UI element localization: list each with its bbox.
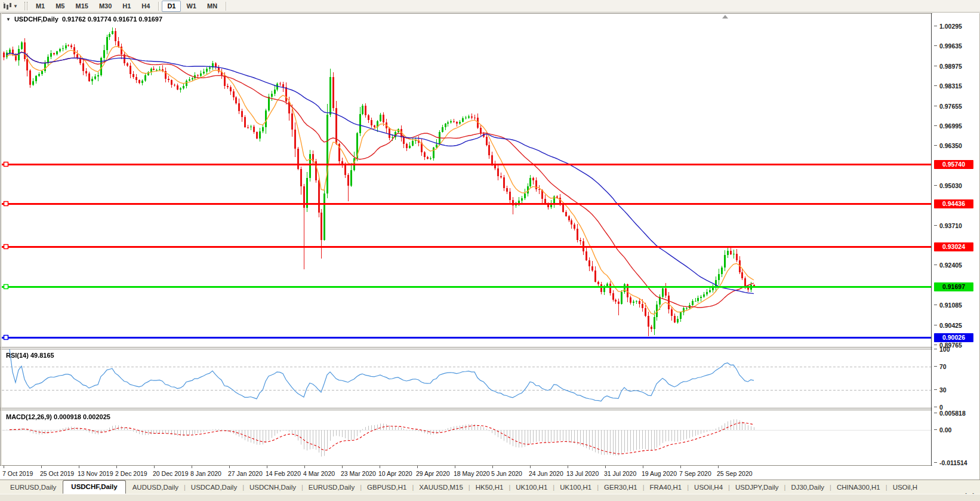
chart-tabs-bar: EURUSD,DailyUSDCHF,DailyAUDUSD,Daily|USD… bbox=[0, 480, 980, 494]
chart-shift-marker-icon[interactable] bbox=[722, 15, 728, 19]
chart-tab-USDCNH-Daily[interactable]: USDCNH,Daily bbox=[244, 481, 301, 494]
rsi-axis-tick: 100 bbox=[939, 346, 950, 353]
chevron-down-icon: ▼ bbox=[13, 4, 18, 9]
date-tick bbox=[154, 466, 155, 468]
price-axis[interactable]: 1.002950.996350.989750.983150.976550.969… bbox=[932, 13, 980, 480]
chart-title-row: ▼ USDCHF,Daily 0.91762 0.91774 0.91671 0… bbox=[6, 16, 162, 23]
price-axis-tick: 0.98975 bbox=[939, 63, 962, 70]
timeframe-button-M5[interactable]: M5 bbox=[50, 1, 70, 12]
date-label: 10 Apr 2020 bbox=[378, 470, 412, 477]
hline-price-tag: 0.90026 bbox=[934, 333, 973, 342]
date-label: 24 Jun 2020 bbox=[529, 470, 563, 477]
status-strip bbox=[0, 494, 980, 501]
timeframe-button-H1[interactable]: H1 bbox=[117, 1, 136, 12]
chart-quote-line: 0.91762 0.91774 0.91671 0.91697 bbox=[62, 16, 162, 23]
date-label: 7 Sep 2020 bbox=[679, 470, 711, 477]
price-axis-tick: 0.96350 bbox=[939, 142, 962, 149]
chart-tab-GBPUSD-H1[interactable]: GBPUSD,H1 bbox=[362, 481, 412, 494]
price-chart-canvas[interactable] bbox=[0, 13, 932, 466]
date-tick bbox=[417, 466, 418, 468]
macd-axis-tick: -0.011514 bbox=[939, 459, 967, 466]
macd-axis-tick: 0.00 bbox=[939, 426, 951, 434]
date-label: 8 Jan 2020 bbox=[190, 470, 221, 477]
timeframe-button-M30[interactable]: M30 bbox=[94, 1, 117, 12]
price-axis-tick: 0.92405 bbox=[939, 262, 962, 269]
date-tick bbox=[492, 466, 493, 468]
date-label: 5 Jun 2020 bbox=[491, 470, 522, 477]
date-label: 7 Oct 2019 bbox=[2, 470, 33, 477]
price-axis-tick: 0.93710 bbox=[939, 222, 962, 229]
date-tick bbox=[455, 466, 455, 468]
trading-platform-window: ▼ M1M5M15M30H1H4D1W1MN ▼ USDCHF,Daily 0.… bbox=[0, 0, 980, 501]
price-axis-tick: 0.95030 bbox=[939, 182, 962, 189]
price-axis-tick: 0.99635 bbox=[939, 42, 962, 50]
chart-type-button[interactable]: ▼ bbox=[0, 1, 21, 11]
date-label: 2 Dec 2019 bbox=[115, 470, 147, 477]
date-tick bbox=[680, 466, 681, 468]
timeframe-button-M1[interactable]: M1 bbox=[30, 1, 50, 12]
timeframe-button-D1[interactable]: D1 bbox=[162, 1, 181, 12]
date-label: 13 Nov 2019 bbox=[78, 470, 113, 477]
date-tick bbox=[229, 466, 230, 468]
price-axis-tick: 0.96995 bbox=[939, 122, 962, 130]
price-axis-tick: 0.98315 bbox=[939, 82, 962, 90]
chart-tab-UK100-H1[interactable]: UK100,H1 bbox=[510, 481, 553, 494]
candlestick-chart-icon bbox=[3, 2, 11, 10]
date-label: 13 Jul 2020 bbox=[566, 470, 599, 477]
date-tick bbox=[4, 466, 4, 468]
chart-tab-EURUSD-Daily[interactable]: EURUSD,Daily bbox=[303, 481, 360, 494]
chart-tab-USDJPY-Daily[interactable]: USDJPY,Daily bbox=[730, 481, 784, 494]
date-tick bbox=[267, 466, 267, 468]
hline-price-tag: 0.95740 bbox=[934, 160, 973, 169]
hline-price-tag: 0.91697 bbox=[934, 282, 973, 291]
rsi-indicator-label: RSI(14) 49.8165 bbox=[6, 352, 54, 359]
chart-tab-AUDUSD-Daily[interactable]: AUDUSD,Daily bbox=[127, 481, 184, 494]
date-label: 18 May 2020 bbox=[454, 470, 490, 477]
chart-tab-EURUSD-Daily[interactable]: EURUSD,Daily bbox=[5, 481, 61, 494]
chart-tab-USOil-H4[interactable]: USOil,H4 bbox=[689, 481, 728, 494]
date-tick bbox=[643, 466, 643, 468]
chart-tab-CHINA300-H1[interactable]: CHINA300,H1 bbox=[831, 481, 886, 494]
date-tick bbox=[304, 466, 305, 468]
date-label: 25 Oct 2019 bbox=[40, 470, 74, 477]
date-axis[interactable]: 7 Oct 201925 Oct 201913 Nov 20192 Dec 20… bbox=[0, 466, 932, 480]
date-tick bbox=[41, 466, 42, 468]
toolbar-separator bbox=[158, 2, 159, 11]
toolbar-separator bbox=[226, 2, 226, 11]
macd-axis-tick: 0.005818 bbox=[939, 410, 966, 417]
chart-tab-FRA40-H1[interactable]: FRA40,H1 bbox=[645, 481, 688, 494]
date-label: 29 Apr 2020 bbox=[416, 470, 450, 477]
timeframe-button-M15[interactable]: M15 bbox=[70, 1, 93, 12]
timeframe-button-W1[interactable]: W1 bbox=[181, 1, 202, 12]
timeframes-toolbar: ▼ M1M5M15M30H1H4D1W1MN bbox=[0, 0, 980, 13]
chart-tab-USOil-H[interactable]: USOil,H bbox=[887, 481, 923, 494]
chart-tab-USDCHF-Daily[interactable]: USDCHF,Daily bbox=[63, 480, 125, 494]
rsi-axis-tick: 30 bbox=[939, 386, 947, 394]
chart-tab-GER30-H1[interactable]: GER30,H1 bbox=[599, 481, 643, 494]
date-tick bbox=[192, 466, 192, 468]
chart-tab-USDCAD-Daily[interactable]: USDCAD,Daily bbox=[186, 481, 242, 494]
date-tick bbox=[530, 466, 531, 468]
date-label: 27 Jan 2020 bbox=[228, 470, 263, 477]
collapse-chart-icon[interactable]: ▼ bbox=[6, 17, 11, 22]
date-tick bbox=[380, 466, 380, 468]
toolbar-grip bbox=[24, 2, 27, 10]
hline-price-tag: 0.93024 bbox=[934, 242, 973, 251]
chart-tab-UK100-H1[interactable]: UK100,H1 bbox=[554, 481, 597, 494]
date-label: 14 Feb 2020 bbox=[266, 470, 301, 477]
price-axis-tick: 0.97655 bbox=[939, 103, 962, 110]
date-label: 31 Jul 2020 bbox=[604, 470, 636, 477]
chart-tab-HK50-H1[interactable]: HK50,H1 bbox=[470, 481, 509, 494]
date-tick bbox=[605, 466, 606, 468]
chart-tab-XAUUSD-M15[interactable]: XAUUSD,M15 bbox=[414, 481, 469, 494]
chart-symbol-title: USDCHF,Daily bbox=[14, 16, 58, 23]
price-axis-tick: 0.91085 bbox=[939, 302, 962, 309]
price-axis-tick: 0.90425 bbox=[939, 322, 962, 329]
date-label: 4 Mar 2020 bbox=[303, 470, 335, 477]
chart-tab-DJ30-Daily[interactable]: DJ30,Daily bbox=[785, 481, 830, 494]
timeframe-button-H4[interactable]: H4 bbox=[136, 1, 155, 12]
timeframe-button-MN[interactable]: MN bbox=[202, 1, 223, 12]
date-label: 25 Sep 2020 bbox=[717, 470, 753, 477]
date-tick bbox=[342, 466, 343, 468]
rsi-axis-tick: 70 bbox=[939, 363, 947, 370]
